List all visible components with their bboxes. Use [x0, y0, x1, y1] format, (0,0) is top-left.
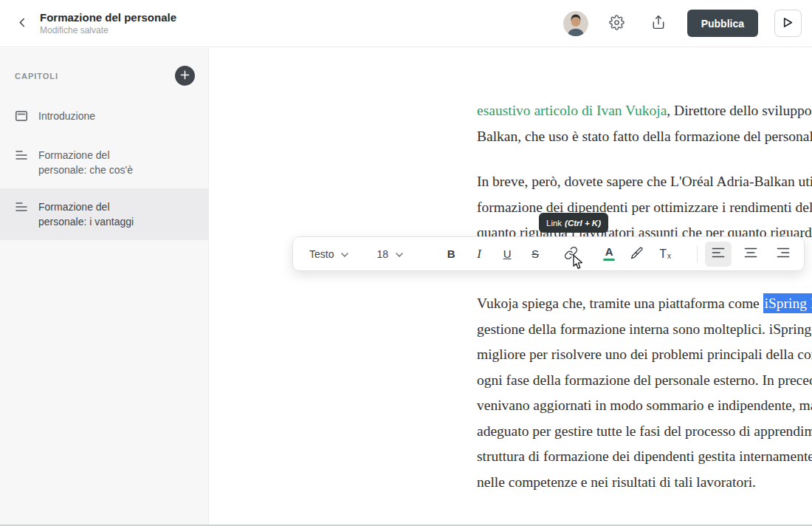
- link-icon: [564, 246, 578, 262]
- preview-button[interactable]: [774, 10, 802, 37]
- text-color-button[interactable]: A: [595, 242, 623, 267]
- paragraph: Vukoja spiega che, tramite una piattafor…: [477, 291, 812, 495]
- play-icon: [783, 17, 793, 30]
- editor-canvas[interactable]: esaustivo articolo di Ivan Vukoja, Diret…: [210, 48, 812, 526]
- chevron-down-icon: [341, 248, 348, 259]
- text-color-icon: A: [603, 247, 615, 261]
- highlight-button[interactable]: [623, 242, 651, 267]
- bold-button[interactable]: B: [437, 242, 465, 267]
- size-value: 18: [376, 248, 388, 260]
- app-window: Formazione del personale Modifiche salva…: [0, 0, 812, 526]
- underline-label: U: [503, 247, 512, 260]
- plus-icon: [180, 70, 190, 82]
- sidebar-item-formazione-che-cose[interactable]: Formazione del personale: che cos'è: [0, 137, 208, 188]
- clear-format-button[interactable]: T x: [651, 242, 679, 267]
- toolbar-divider: [697, 245, 698, 263]
- tooltip-shortcut: (Ctrl + K): [565, 219, 601, 228]
- chapter-label: Introduzione: [38, 109, 95, 123]
- paragraph-style-dropdown[interactable]: Testo: [300, 243, 357, 265]
- back-button[interactable]: [10, 12, 34, 35]
- link-button[interactable]: [557, 242, 585, 267]
- publish-button[interactable]: Pubblica: [687, 10, 758, 37]
- bold-label: B: [447, 247, 455, 260]
- font-size-dropdown[interactable]: 18: [368, 243, 412, 265]
- chapters-header: CAPITOLI: [0, 48, 208, 98]
- format-toolbar: Testo 18 B I U S A: [292, 236, 805, 271]
- chapters-section-label: CAPITOLI: [15, 72, 58, 81]
- inline-link[interactable]: esaustivo articolo di Ivan Vukoja: [477, 103, 667, 118]
- text-color-swatch: [603, 259, 615, 261]
- share-icon: [651, 15, 666, 32]
- clear-format-x: x: [667, 252, 671, 260]
- sidebar-item-introduzione[interactable]: Introduzione: [0, 98, 208, 137]
- chevron-down-icon: [396, 248, 403, 259]
- highlight-icon: [630, 246, 644, 262]
- italic-button[interactable]: I: [465, 242, 493, 267]
- align-center-button[interactable]: [737, 242, 764, 267]
- align-left-button[interactable]: [705, 242, 732, 267]
- save-status: Modifiche salvate: [40, 26, 176, 35]
- settings-button[interactable]: [605, 11, 630, 36]
- strikethrough-button[interactable]: S: [521, 242, 549, 267]
- text-run: Vukoja spiega che, tramite una piattafor…: [477, 296, 763, 311]
- avatar[interactable]: [563, 11, 588, 36]
- underline-button[interactable]: U: [493, 242, 521, 267]
- text-run: , i vantaggi della gestione della formaz…: [477, 296, 812, 490]
- clear-format-t: T: [659, 247, 667, 261]
- color-button-group: A T x: [595, 242, 679, 267]
- align-center-icon: [744, 247, 757, 261]
- sidebar-item-formazione-vantaggi[interactable]: Formazione del personale: i vantaggi: [0, 188, 208, 240]
- add-chapter-button[interactable]: [175, 66, 195, 86]
- top-bar: Formazione del personale Modifiche salva…: [0, 0, 812, 47]
- chapter-cover-icon: [15, 109, 28, 126]
- share-button[interactable]: [646, 11, 671, 36]
- align-button-group: [705, 242, 796, 267]
- align-left-icon: [712, 247, 725, 261]
- clear-format-icon: T x: [659, 247, 671, 261]
- selected-text: iSpring Learn: [763, 293, 812, 313]
- format-button-group: B I U S: [437, 242, 549, 267]
- chapter-label: Formazione del personale: che cos'è: [38, 148, 156, 177]
- align-right-icon: [777, 247, 790, 261]
- chapters-sidebar: CAPITOLI Introduzione Formazione del per…: [0, 48, 209, 526]
- chevron-left-icon: [16, 16, 29, 31]
- text-color-label: A: [605, 247, 613, 257]
- page-title: Formazione del personale: [40, 11, 176, 24]
- gear-icon: [609, 15, 625, 33]
- chapter-label: Formazione del personale: i vantaggi: [38, 199, 156, 229]
- paragraph: esaustivo articolo di Ivan Vukoja, Diret…: [477, 98, 812, 149]
- strikethrough-label: S: [531, 247, 539, 260]
- chapter-text-icon: [15, 200, 28, 216]
- header-actions: Pubblica: [563, 10, 802, 37]
- document-titles: Formazione del personale Modifiche salva…: [40, 11, 176, 35]
- article-body[interactable]: esaustivo articolo di Ivan Vukoja, Diret…: [477, 98, 812, 515]
- align-right-button[interactable]: [770, 242, 796, 267]
- tooltip-label: Link: [546, 219, 562, 228]
- italic-label: I: [477, 247, 481, 262]
- style-value: Testo: [309, 248, 334, 260]
- chapter-text-icon: [15, 148, 28, 165]
- link-tooltip: Link (Ctrl + K): [539, 213, 608, 233]
